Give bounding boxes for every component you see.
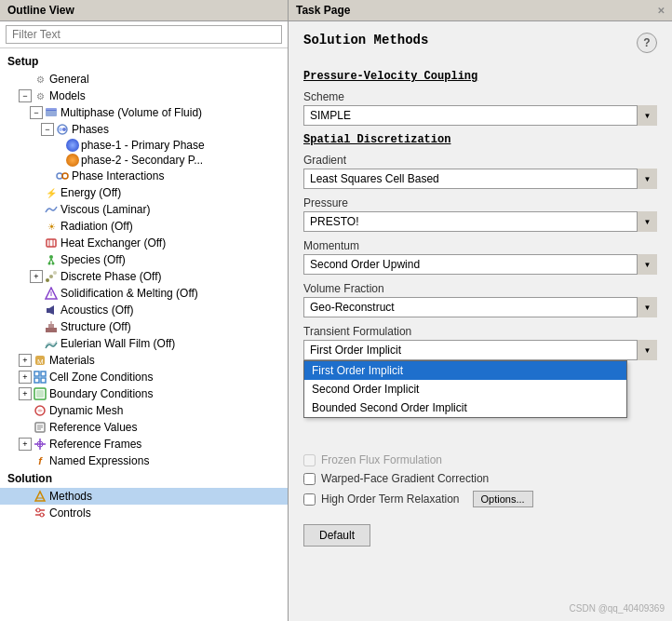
scheme-label: Scheme	[303, 90, 657, 103]
pressure-velocity-section: Pressure-Velocity Coupling	[303, 70, 657, 83]
sidebar-item-general[interactable]: ⚙ General	[0, 71, 288, 88]
heat-exchanger-label: Heat Exchanger (Off)	[60, 236, 166, 250]
watermark: CSDN @qq_40409369	[570, 603, 665, 614]
sidebar-item-cell-zone[interactable]: + Cell Zone Conditions	[0, 369, 288, 385]
volume-fraction-dropdown[interactable]: Geo-Reconstruct	[303, 297, 657, 317]
svg-rect-27	[34, 371, 39, 376]
sidebar-item-reference-values[interactable]: Reference Values	[0, 419, 288, 436]
default-button[interactable]: Default	[303, 524, 370, 547]
sidebar-item-acoustics[interactable]: Acoustics (Off)	[0, 302, 288, 318]
materials-label: Materials	[49, 354, 95, 367]
named-expressions-label: Named Expressions	[49, 454, 149, 467]
multiphase-label: Multiphase (Volume of Fluid)	[60, 106, 202, 119]
expand-icon[interactable]: +	[19, 438, 32, 451]
help-button[interactable]: ?	[637, 33, 657, 53]
reference-values-icon	[33, 420, 47, 435]
pressure-dropdown[interactable]: PRESTO!	[303, 211, 657, 232]
svg-rect-0	[46, 110, 57, 116]
gradient-dropdown[interactable]: Least Squares Cell Based	[303, 169, 657, 189]
transient-option-bounded-second-order[interactable]: Bounded Second Order Implicit	[304, 398, 626, 417]
viscous-label: Viscous (Laminar)	[60, 203, 150, 216]
sidebar-item-boundary[interactable]: + Boundary Conditions	[0, 385, 288, 402]
pressure-dropdown-container: PRESTO! ▼	[303, 211, 657, 232]
sidebar-item-energy[interactable]: ⚡ Energy (Off)	[0, 184, 288, 201]
frozen-flux-checkbox[interactable]	[303, 454, 316, 466]
expand-icon[interactable]: +	[19, 387, 32, 400]
momentum-dropdown-container: Second Order Upwind ▼	[303, 254, 657, 275]
bolt-icon: ⚡	[44, 185, 59, 200]
sidebar-item-controls[interactable]: Controls	[0, 505, 288, 521]
svg-point-5	[57, 173, 62, 179]
svg-rect-28	[41, 371, 46, 376]
acoustics-label: Acoustics (Off)	[60, 304, 133, 317]
volume-fraction-dropdown-container: Geo-Reconstruct ▼	[303, 297, 657, 317]
page-title: Solution Methods	[303, 33, 428, 47]
transient-label: Transient Formulation	[303, 325, 657, 338]
momentum-group: Momentum Second Order Upwind ▼	[303, 239, 657, 275]
options-button[interactable]: Options...	[473, 491, 533, 507]
reference-frames-icon	[33, 437, 47, 452]
transient-dropdown-popup: First Order Implicit Second Order Implic…	[303, 360, 627, 418]
expand-icon[interactable]: +	[19, 354, 32, 367]
expand-icon[interactable]: +	[19, 371, 32, 384]
high-order-checkbox[interactable]	[303, 493, 316, 506]
sidebar-item-dynamic-mesh[interactable]: Dynamic Mesh	[0, 402, 288, 419]
sidebar-item-methods[interactable]: Methods	[0, 488, 288, 505]
phases-icon	[55, 122, 70, 137]
euler-wall-label: Eulerian Wall Film (Off)	[60, 337, 175, 350]
svg-rect-20	[47, 308, 49, 313]
svg-rect-24	[50, 321, 52, 324]
discrete-label: Discrete Phase (Off)	[60, 270, 161, 283]
radiation-label: Radiation (Off)	[60, 220, 133, 233]
scheme-dropdown[interactable]: SIMPLE	[303, 105, 657, 126]
general-label: General	[49, 73, 89, 86]
transient-option-first-order[interactable]: First Order Implicit	[304, 361, 626, 380]
sidebar-item-heat-exchanger[interactable]: Heat Exchanger (Off)	[0, 235, 288, 251]
svg-text:M: M	[37, 358, 44, 366]
warped-face-row: Warped-Face Gradient Correction	[303, 472, 657, 485]
heat-icon	[44, 236, 59, 250]
sidebar-item-euler-wall[interactable]: Eulerian Wall Film (Off)	[0, 335, 288, 352]
svg-point-6	[62, 173, 68, 179]
sidebar-item-solidification[interactable]: Solidification & Melting (Off)	[0, 285, 288, 302]
reference-values-label: Reference Values	[49, 421, 138, 434]
sidebar-item-reference-frames[interactable]: + Reference Frames	[0, 436, 288, 452]
collapse-icon[interactable]: −	[30, 106, 43, 119]
expand-icon[interactable]: +	[30, 270, 43, 283]
phases-label: Phases	[72, 123, 109, 136]
sidebar-item-phase-interactions[interactable]: Phase Interactions	[0, 168, 288, 184]
transient-dropdown[interactable]: First Order Implicit	[303, 340, 657, 360]
outline-header: Outline View	[0, 0, 288, 21]
collapse-icon[interactable]: −	[19, 89, 32, 102]
warped-face-checkbox[interactable]	[303, 473, 316, 485]
sidebar-item-multiphase[interactable]: − Multiphase (Volume of Fluid)	[0, 104, 288, 121]
filter-input[interactable]	[6, 25, 282, 44]
transient-dropdown-container: First Order Implicit ▼	[303, 340, 657, 360]
phase-ball-icon	[66, 154, 79, 167]
volume-fraction-group: Volume Fraction Geo-Reconstruct ▼	[303, 282, 657, 317]
filter-bar	[0, 21, 288, 48]
svg-marker-21	[49, 305, 54, 315]
sidebar-item-phases[interactable]: − Phases	[0, 121, 288, 138]
sidebar-item-phase1[interactable]: phase-1 - Primary Phase	[0, 138, 288, 153]
sidebar-item-models[interactable]: − ⚙ Models	[0, 88, 288, 104]
sidebar-item-named-expressions[interactable]: f Named Expressions	[0, 452, 288, 469]
sidebar-item-radiation[interactable]: ☀ Radiation (Off)	[0, 218, 288, 235]
gradient-dropdown-container: Least Squares Cell Based ▼	[303, 169, 657, 189]
svg-point-14	[52, 263, 55, 265]
collapse-icon[interactable]: −	[41, 123, 54, 136]
transient-option-second-order[interactable]: Second Order Implicit	[304, 380, 626, 398]
sidebar-item-phase2[interactable]: phase-2 - Secondary P...	[0, 153, 288, 168]
momentum-dropdown[interactable]: Second Order Upwind	[303, 254, 657, 275]
sidebar-item-structure[interactable]: Structure (Off)	[0, 318, 288, 335]
outline-title: Outline View	[7, 4, 74, 17]
acoustics-icon	[44, 303, 59, 317]
sidebar-item-discrete[interactable]: + Discrete Phase (Off)	[0, 268, 288, 285]
svg-rect-22	[46, 328, 57, 332]
energy-label: Energy (Off)	[60, 186, 121, 199]
svg-point-17	[53, 271, 57, 275]
sidebar-item-species[interactable]: Species (Off)	[0, 251, 288, 268]
default-button-row: Default	[303, 513, 657, 547]
sidebar-item-materials[interactable]: + M Materials	[0, 352, 288, 369]
sidebar-item-viscous[interactable]: Viscous (Laminar)	[0, 201, 288, 218]
